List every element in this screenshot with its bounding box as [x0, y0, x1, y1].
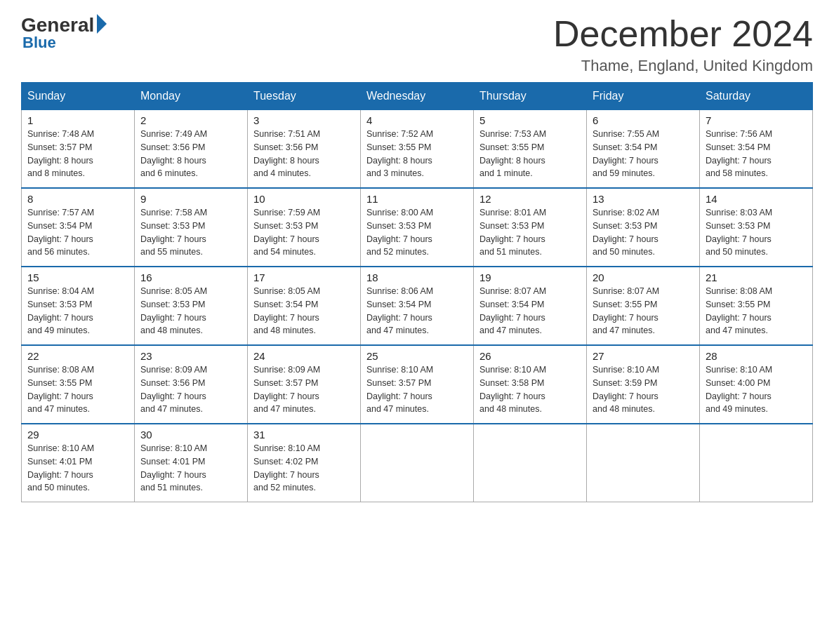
- column-header-tuesday: Tuesday: [248, 83, 361, 110]
- calendar-cell: 10Sunrise: 7:59 AM Sunset: 3:53 PM Dayli…: [248, 188, 361, 267]
- day-number: 25: [366, 350, 468, 362]
- calendar-cell: 26Sunrise: 8:10 AM Sunset: 3:58 PM Dayli…: [474, 345, 587, 424]
- day-info: Sunrise: 8:10 AM Sunset: 3:59 PM Dayligh…: [593, 363, 694, 416]
- calendar-cell: 19Sunrise: 8:07 AM Sunset: 3:54 PM Dayli…: [474, 267, 587, 345]
- day-info: Sunrise: 8:10 AM Sunset: 3:57 PM Dayligh…: [366, 363, 468, 416]
- location-subtitle: Thame, England, United Kingdom: [553, 57, 813, 75]
- calendar-cell: 29Sunrise: 8:10 AM Sunset: 4:01 PM Dayli…: [22, 424, 135, 502]
- day-number: 10: [253, 193, 355, 205]
- calendar-cell: 2Sunrise: 7:49 AM Sunset: 3:56 PM Daylig…: [135, 110, 248, 189]
- day-number: 23: [140, 350, 241, 362]
- day-info: Sunrise: 7:56 AM Sunset: 3:54 PM Dayligh…: [706, 128, 807, 180]
- logo-arrow-icon: [97, 14, 107, 34]
- calendar-cell: [587, 424, 700, 502]
- week-row-2: 8Sunrise: 7:57 AM Sunset: 3:54 PM Daylig…: [22, 188, 813, 267]
- day-number: 8: [27, 193, 128, 205]
- day-number: 24: [253, 350, 355, 362]
- day-number: 1: [27, 114, 128, 126]
- day-number: 5: [479, 114, 581, 126]
- day-info: Sunrise: 8:00 AM Sunset: 3:53 PM Dayligh…: [366, 206, 468, 259]
- day-info: Sunrise: 8:10 AM Sunset: 3:58 PM Dayligh…: [479, 363, 581, 416]
- day-number: 18: [366, 271, 468, 283]
- page-header: General Blue December 2024 Thame, Englan…: [21, 14, 813, 75]
- day-info: Sunrise: 7:53 AM Sunset: 3:55 PM Dayligh…: [479, 128, 581, 180]
- calendar-cell: 18Sunrise: 8:06 AM Sunset: 3:54 PM Dayli…: [361, 267, 474, 345]
- day-number: 12: [479, 193, 581, 205]
- day-number: 17: [253, 271, 355, 283]
- column-header-saturday: Saturday: [700, 83, 813, 110]
- day-number: 26: [479, 350, 581, 362]
- day-number: 22: [27, 350, 128, 362]
- calendar-cell: 9Sunrise: 7:58 AM Sunset: 3:53 PM Daylig…: [135, 188, 248, 267]
- day-info: Sunrise: 8:07 AM Sunset: 3:54 PM Dayligh…: [479, 285, 581, 337]
- calendar-cell: 6Sunrise: 7:55 AM Sunset: 3:54 PM Daylig…: [587, 110, 700, 189]
- column-header-wednesday: Wednesday: [361, 83, 474, 110]
- day-info: Sunrise: 8:08 AM Sunset: 3:55 PM Dayligh…: [27, 363, 128, 416]
- calendar-header: SundayMondayTuesdayWednesdayThursdayFrid…: [22, 83, 813, 110]
- day-info: Sunrise: 8:05 AM Sunset: 3:53 PM Dayligh…: [140, 285, 241, 337]
- day-info: Sunrise: 8:06 AM Sunset: 3:54 PM Dayligh…: [366, 285, 468, 337]
- calendar-cell: 13Sunrise: 8:02 AM Sunset: 3:53 PM Dayli…: [587, 188, 700, 267]
- month-title: December 2024: [553, 14, 813, 54]
- day-info: Sunrise: 8:05 AM Sunset: 3:54 PM Dayligh…: [253, 285, 355, 337]
- day-info: Sunrise: 7:55 AM Sunset: 3:54 PM Dayligh…: [593, 128, 694, 180]
- day-info: Sunrise: 8:10 AM Sunset: 4:01 PM Dayligh…: [27, 442, 128, 495]
- day-info: Sunrise: 8:10 AM Sunset: 4:00 PM Dayligh…: [706, 363, 807, 416]
- calendar-cell: 15Sunrise: 8:04 AM Sunset: 3:53 PM Dayli…: [22, 267, 135, 345]
- calendar-cell: 31Sunrise: 8:10 AM Sunset: 4:02 PM Dayli…: [248, 424, 361, 502]
- day-number: 6: [593, 114, 694, 126]
- calendar-cell: 23Sunrise: 8:09 AM Sunset: 3:56 PM Dayli…: [135, 345, 248, 424]
- calendar-cell: [700, 424, 813, 502]
- day-info: Sunrise: 8:09 AM Sunset: 3:56 PM Dayligh…: [140, 363, 241, 416]
- column-header-thursday: Thursday: [474, 83, 587, 110]
- day-number: 16: [140, 271, 241, 283]
- calendar-cell: 11Sunrise: 8:00 AM Sunset: 3:53 PM Dayli…: [361, 188, 474, 267]
- day-info: Sunrise: 8:08 AM Sunset: 3:55 PM Dayligh…: [706, 285, 807, 337]
- title-block: December 2024 Thame, England, United Kin…: [553, 14, 813, 75]
- column-header-sunday: Sunday: [22, 83, 135, 110]
- day-info: Sunrise: 7:49 AM Sunset: 3:56 PM Dayligh…: [140, 128, 241, 180]
- column-header-friday: Friday: [587, 83, 700, 110]
- calendar-cell: 25Sunrise: 8:10 AM Sunset: 3:57 PM Dayli…: [361, 345, 474, 424]
- day-number: 14: [706, 193, 807, 205]
- day-number: 13: [593, 193, 694, 205]
- calendar-cell: [361, 424, 474, 502]
- day-number: 4: [366, 114, 468, 126]
- day-number: 7: [706, 114, 807, 126]
- calendar-cell: 4Sunrise: 7:52 AM Sunset: 3:55 PM Daylig…: [361, 110, 474, 189]
- day-number: 9: [140, 193, 241, 205]
- day-number: 30: [140, 429, 241, 441]
- day-number: 27: [593, 350, 694, 362]
- day-info: Sunrise: 7:51 AM Sunset: 3:56 PM Dayligh…: [253, 128, 355, 180]
- week-row-4: 22Sunrise: 8:08 AM Sunset: 3:55 PM Dayli…: [22, 345, 813, 424]
- calendar-cell: 12Sunrise: 8:01 AM Sunset: 3:53 PM Dayli…: [474, 188, 587, 267]
- week-row-3: 15Sunrise: 8:04 AM Sunset: 3:53 PM Dayli…: [22, 267, 813, 345]
- day-number: 28: [706, 350, 807, 362]
- day-number: 15: [27, 271, 128, 283]
- logo-blue-text: Blue: [22, 34, 56, 52]
- day-info: Sunrise: 7:52 AM Sunset: 3:55 PM Dayligh…: [366, 128, 468, 180]
- day-info: Sunrise: 8:10 AM Sunset: 4:02 PM Dayligh…: [253, 442, 355, 495]
- calendar-cell: 14Sunrise: 8:03 AM Sunset: 3:53 PM Dayli…: [700, 188, 813, 267]
- calendar-cell: 8Sunrise: 7:57 AM Sunset: 3:54 PM Daylig…: [22, 188, 135, 267]
- calendar-cell: 21Sunrise: 8:08 AM Sunset: 3:55 PM Dayli…: [700, 267, 813, 345]
- day-info: Sunrise: 7:57 AM Sunset: 3:54 PM Dayligh…: [27, 206, 128, 259]
- day-info: Sunrise: 7:48 AM Sunset: 3:57 PM Dayligh…: [27, 128, 128, 180]
- calendar-cell: 1Sunrise: 7:48 AM Sunset: 3:57 PM Daylig…: [22, 110, 135, 189]
- day-number: 21: [706, 271, 807, 283]
- day-info: Sunrise: 8:03 AM Sunset: 3:53 PM Dayligh…: [706, 206, 807, 259]
- calendar-cell: 27Sunrise: 8:10 AM Sunset: 3:59 PM Dayli…: [587, 345, 700, 424]
- header-row: SundayMondayTuesdayWednesdayThursdayFrid…: [22, 83, 813, 110]
- column-header-monday: Monday: [135, 83, 248, 110]
- day-info: Sunrise: 8:09 AM Sunset: 3:57 PM Dayligh…: [253, 363, 355, 416]
- calendar-cell: 30Sunrise: 8:10 AM Sunset: 4:01 PM Dayli…: [135, 424, 248, 502]
- day-number: 20: [593, 271, 694, 283]
- week-row-1: 1Sunrise: 7:48 AM Sunset: 3:57 PM Daylig…: [22, 110, 813, 189]
- day-info: Sunrise: 8:02 AM Sunset: 3:53 PM Dayligh…: [593, 206, 694, 259]
- calendar-cell: 3Sunrise: 7:51 AM Sunset: 3:56 PM Daylig…: [248, 110, 361, 189]
- day-number: 11: [366, 193, 468, 205]
- calendar-cell: 24Sunrise: 8:09 AM Sunset: 3:57 PM Dayli…: [248, 345, 361, 424]
- day-info: Sunrise: 8:10 AM Sunset: 4:01 PM Dayligh…: [140, 442, 241, 495]
- calendar-cell: 16Sunrise: 8:05 AM Sunset: 3:53 PM Dayli…: [135, 267, 248, 345]
- day-info: Sunrise: 7:58 AM Sunset: 3:53 PM Dayligh…: [140, 206, 241, 259]
